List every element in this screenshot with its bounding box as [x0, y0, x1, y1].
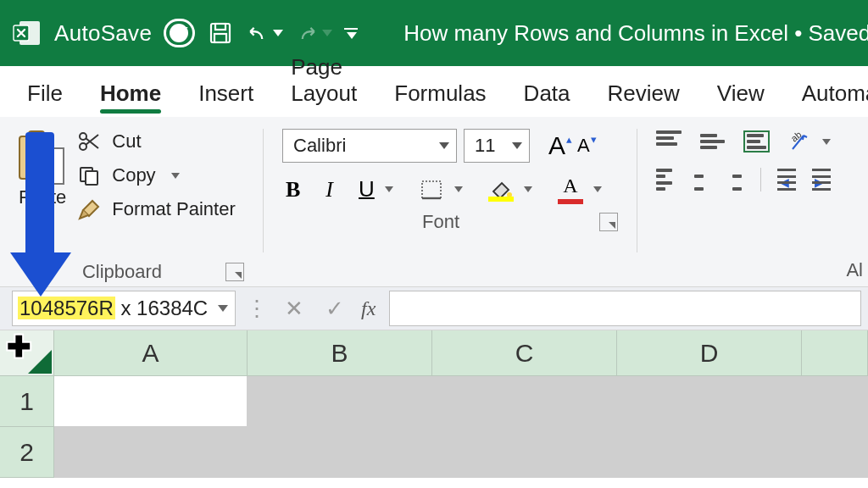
align-bottom-button[interactable] [743, 130, 770, 152]
save-button[interactable] [207, 14, 234, 52]
dropdown-caret-icon [512, 142, 522, 149]
svg-rect-8 [86, 171, 97, 185]
qat-customize-button[interactable] [344, 14, 358, 52]
tab-file[interactable]: File [25, 80, 64, 117]
fill-color-swatch [488, 197, 514, 202]
col-header-E[interactable] [802, 330, 868, 376]
tab-review[interactable]: Review [606, 80, 682, 117]
cell-A2[interactable] [54, 427, 248, 478]
align-top-button[interactable] [656, 130, 682, 152]
row-header-2[interactable]: 2 [0, 427, 54, 478]
increase-indent-button[interactable]: ▶ [815, 169, 831, 191]
borders-button[interactable] [415, 179, 466, 201]
font-color-swatch [558, 199, 583, 204]
tab-insert[interactable]: Insert [197, 80, 255, 117]
fx-separator-icon: ⋮ [244, 296, 270, 322]
qat-caret-icon [347, 32, 357, 39]
tab-page-layout[interactable]: Page Layout [289, 54, 359, 117]
formula-bar-row: 1048576R x 16384C ⋮ ✕ ✓ fx [0, 286, 868, 330]
fill-caret-icon [524, 186, 532, 192]
cell-C1[interactable] [432, 376, 617, 427]
name-box-value: 1048576R x 16384C [18, 297, 208, 320]
title-bar: AutoSave Off How many Rows and Columns i… [0, 0, 868, 66]
col-header-C[interactable]: C [432, 330, 617, 376]
fontcolor-caret-icon [593, 186, 602, 192]
format-painter-label: Format Painter [112, 198, 236, 220]
font-size-combo[interactable]: 11 [464, 129, 530, 163]
paintbrush-icon [76, 198, 102, 220]
copy-caret-icon [171, 173, 180, 179]
bold-button[interactable]: B [282, 177, 303, 202]
tab-home[interactable]: Home [98, 80, 163, 117]
align-left-button[interactable] [656, 169, 672, 191]
dropdown-caret-icon [439, 142, 449, 149]
annotation-arrow [14, 132, 64, 300]
font-color-button[interactable]: A [554, 175, 605, 204]
italic-button[interactable]: I [322, 177, 337, 202]
grow-font-button[interactable]: A▴ [545, 131, 569, 160]
shrink-font-button[interactable]: A▾ [574, 135, 593, 157]
tab-automate[interactable]: Automate [800, 80, 868, 117]
align-center-button[interactable] [691, 169, 707, 191]
tab-formulas[interactable]: Formulas [392, 80, 487, 117]
insert-function-button[interactable]: fx [359, 297, 381, 320]
group-alignment: ab ◀ ▶ [637, 124, 849, 286]
underline-caret-icon [385, 186, 393, 192]
row-header-1[interactable]: 1 [0, 376, 54, 427]
mini-separator [760, 168, 761, 191]
document-title: How many Rows and Columns in Excel • Sav… [403, 20, 868, 47]
confirm-edit-button[interactable]: ✓ [319, 296, 351, 322]
name-box-rows-highlight: 1048576R [18, 297, 115, 319]
align-right-button[interactable] [726, 169, 742, 191]
clipboard-dialog-launcher[interactable] [225, 263, 244, 281]
redo-caret-icon [322, 30, 332, 36]
cursor-icon: ✚ [7, 336, 31, 358]
col-header-D[interactable]: D [617, 330, 802, 376]
scissors-icon [76, 130, 102, 152]
cell-D2[interactable] [617, 427, 802, 478]
font-dialog-launcher[interactable] [599, 213, 618, 231]
tab-data[interactable]: Data [522, 80, 572, 117]
bucket-icon [490, 178, 512, 195]
font-group-label: Font [282, 211, 599, 233]
underline-button[interactable]: U [355, 176, 397, 202]
col-header-A[interactable]: A [54, 330, 248, 376]
svg-text:ab: ab [789, 130, 804, 144]
cell-C2[interactable] [432, 427, 617, 478]
svg-rect-3 [215, 24, 225, 30]
svg-rect-9 [422, 181, 441, 198]
cell-B2[interactable] [248, 427, 432, 478]
grid-row-2: 2 [0, 427, 868, 478]
worksheet-grid: ✚ A B C D 1 2 [0, 330, 868, 478]
cancel-edit-button[interactable]: ✕ [278, 296, 310, 322]
copy-label: Copy [112, 164, 155, 186]
excel-icon [12, 17, 42, 49]
cell-E2[interactable] [802, 427, 868, 478]
cell-D1[interactable] [617, 376, 802, 427]
select-all-corner[interactable]: ✚ [0, 330, 54, 376]
orientation-button[interactable]: ab [788, 130, 831, 152]
cell-A1[interactable] [54, 376, 248, 427]
cell-B1[interactable] [248, 376, 432, 427]
redo-button[interactable] [295, 14, 332, 52]
col-header-B[interactable]: B [248, 330, 432, 376]
grid-row-1: 1 [0, 376, 868, 427]
align-middle-button[interactable] [700, 130, 726, 152]
fill-color-button[interactable] [485, 178, 536, 202]
cut-button[interactable]: Cut [76, 130, 236, 152]
font-name-combo[interactable]: Calibri [282, 129, 457, 163]
borders-caret-icon [454, 186, 463, 192]
tab-view[interactable]: View [715, 80, 766, 117]
decrease-indent-button[interactable]: ◀ [780, 169, 796, 191]
format-painter-button[interactable]: Format Painter [76, 198, 236, 220]
autosave-label: AutoSave [54, 20, 152, 47]
svg-rect-4 [214, 34, 226, 42]
cut-label: Cut [112, 130, 141, 152]
formula-input[interactable] [389, 291, 861, 326]
font-name-value: Calibri [293, 135, 346, 157]
copy-button[interactable]: Copy [76, 164, 236, 186]
undo-button[interactable] [246, 14, 283, 52]
ribbon: Paste Cut Copy [0, 117, 868, 286]
autosave-toggle[interactable]: Off [164, 19, 195, 47]
cell-E1[interactable] [802, 376, 868, 427]
